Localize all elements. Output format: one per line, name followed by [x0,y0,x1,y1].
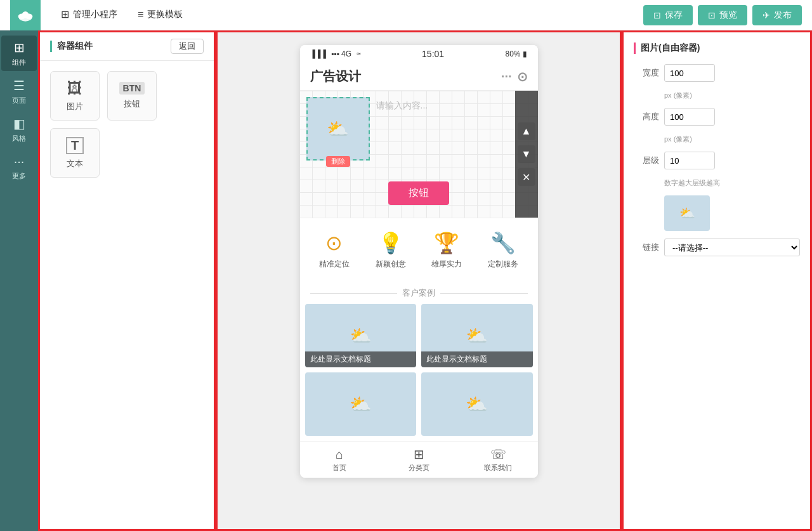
status-left: ▐▐▐ ▪▪▪ 4G ≈ [310,49,361,58]
phone-app-header: 广告设计 ··· ⊙ [300,63,538,91]
phone-mockup: ▐▐▐ ▪▪▪ 4G ≈ 15:01 80% ▮ 广告设计 ··· ⊙ [300,45,538,478]
case-card-icon-2: ⛅ [350,394,372,415]
publish-icon: ✈ [763,10,770,20]
phone-status-bar: ▐▐▐ ▪▪▪ 4G ≈ 15:01 80% ▮ [300,45,538,63]
canvas-area: ▐▐▐ ▪▪▪ 4G ≈ 15:01 80% ▮ 广告设计 ··· ⊙ [216,30,622,531]
case-card-title-1: 此处显示文档标题 [421,351,533,367]
width-unit: px (像素) [664,91,800,100]
width-label: 宽度 [634,67,659,79]
button-icon: BTN [119,82,145,95]
top-nav-actions: ⊡ 保存 ⊡ 预览 ✈ 发布 [643,5,802,25]
preview-button[interactable]: ⊡ 预览 [698,5,747,25]
sidebar-item-more[interactable]: ··· 更多 [1,150,37,185]
left-panel: 容器组件 返回 🖼 图片 BTN 按钮 T 文本 [38,30,216,531]
case-card-icon-1: ⛅ [466,325,488,346]
sidebar-item-pages[interactable]: ☰ 页面 [1,74,37,109]
home-icon: ⌂ [336,447,343,462]
back-button[interactable]: 返回 [171,39,204,54]
prop-row-layer: 层级 [634,152,800,169]
feature-icon-3: 🔧 [490,231,516,255]
case-card-1[interactable]: ⛅ 此处显示文档标题 [421,304,533,367]
features-section: ⊙ 精准定位 💡 新颖创意 🏆 雄厚实力 🔧 定制服务 [300,218,538,282]
layer-label: 层级 [634,155,659,166]
case-card-icon-3: ⛅ [466,394,488,415]
grid-icon: ⊞ [61,8,69,20]
components-icon: ⊞ [14,40,25,55]
bottom-nav-contact[interactable]: ☏ 联系我们 [459,442,538,478]
feature-item-0: ⊙ 精准定位 [319,231,350,270]
component-grid: 🖼 图片 BTN 按钮 T 文本 [40,61,214,188]
main-layout: ⊞ 组件 ☰ 页面 ◧ 风格 ··· 更多 容器组件 返回 🖼 图片 BTN [0,30,812,531]
pages-icon: ☰ [13,78,25,93]
link-select[interactable]: --请选择-- [664,239,800,256]
bottom-nav-category[interactable]: ⊞ 分类页 [379,442,459,478]
design-canvas[interactable]: ⛅ 删除 请输入内容... 按钮 ▲ ▼ ✕ [300,91,538,218]
case-card-title-0: 此处显示文档标题 [305,351,417,367]
phone-header-actions: ··· ⊙ [501,69,528,84]
prop-row-height: 高度 [634,108,800,126]
component-button[interactable]: BTN 按钮 [107,71,157,121]
feature-icon-1: 💡 [378,231,403,255]
template-icon: ≡ [138,9,143,20]
delete-button[interactable]: 删除 [326,156,350,167]
layer-input[interactable] [664,152,715,169]
component-image[interactable]: 🖼 图片 [50,71,100,121]
prop-row-link: 链接 --请选择-- [634,239,800,256]
text-icon: T [66,137,84,154]
case-card-2[interactable]: ⛅ [305,372,417,436]
save-icon: ⊡ [653,10,661,20]
save-button[interactable]: ⊡ 保存 [643,5,693,25]
svg-point-3 [22,11,29,18]
left-panel-header: 容器组件 返回 [40,32,214,61]
move-up-button[interactable]: ▲ [518,122,535,140]
status-right: 80% ▮ [505,49,527,58]
link-label: 链接 [634,242,659,253]
component-text[interactable]: T 文本 [50,128,100,178]
wifi-icon: ≈ [357,49,361,58]
canvas-button[interactable]: 按钮 [388,181,449,205]
publish-button[interactable]: ✈ 发布 [752,5,802,25]
feature-item-3: 🔧 定制服务 [488,231,518,270]
canvas-controls: ▲ ▼ ✕ [515,91,538,218]
section-divider: 客户案例 [300,282,538,304]
record-icon: ⊙ [517,69,528,84]
right-panel-title: 图片(自由容器) [634,43,800,54]
height-unit: px (像素) [664,134,800,144]
more-dots-icon: ··· [501,69,512,84]
preview-icon: ⊡ [708,10,716,20]
feature-icon-0: ⊙ [325,231,343,255]
width-input[interactable] [664,64,715,82]
image-placeholder-icon: ⛅ [327,119,349,140]
layer-hint: 数字越大层级越高 [664,178,800,188]
nav-manage-miniprogram[interactable]: ⊞ 管理小程序 [51,0,128,30]
style-icon: ◧ [13,116,25,131]
status-time: 15:01 [422,49,444,59]
top-navbar: ⊞ 管理小程序 ≡ 更换模板 ⊡ 保存 ⊡ 预览 ✈ 发布 [0,0,812,30]
height-label: 高度 [634,111,659,122]
sidebar-item-style[interactable]: ◧ 风格 [1,112,37,147]
logo [10,0,41,30]
height-input[interactable] [664,108,715,126]
phone-bottom-nav: ⌂ 首页 ⊞ 分类页 ☏ 联系我们 [300,441,538,478]
contact-icon: ☏ [490,447,506,462]
case-cards: ⛅ 此处显示文档标题 ⛅ 此处显示文档标题 ⛅ ⛅ [300,304,538,441]
case-card-3[interactable]: ⛅ [421,372,533,436]
selected-image-component[interactable]: ⛅ 删除 [306,97,370,161]
image-preview-icon: ⛅ [679,206,695,221]
canvas-text-placeholder: 请输入内容... [376,100,428,112]
category-icon: ⊞ [414,447,424,462]
bottom-nav-home[interactable]: ⌂ 首页 [300,442,379,478]
move-down-button[interactable]: ▼ [518,145,535,163]
more-icon: ··· [14,154,25,169]
image-icon: 🖼 [67,79,82,97]
delete-canvas-button[interactable]: ✕ [518,168,535,186]
prop-row-width: 宽度 [634,64,800,82]
case-card-0[interactable]: ⛅ 此处显示文档标题 [305,304,417,367]
sidebar-item-components[interactable]: ⊞ 组件 [1,36,37,71]
feature-item-1: 💡 新颖创意 [376,231,406,270]
case-card-icon-0: ⛅ [350,325,372,346]
left-panel-title: 容器组件 [50,41,93,52]
nav-change-template[interactable]: ≡ 更换模板 [128,0,193,30]
image-preview: ⛅ [664,195,710,231]
feature-icon-2: 🏆 [434,231,459,255]
